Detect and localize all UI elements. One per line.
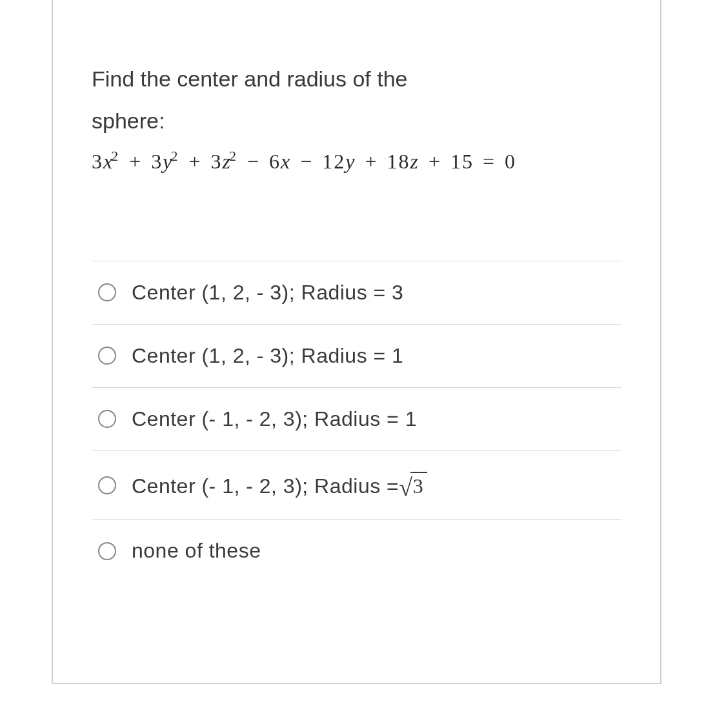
- option-5[interactable]: none of these: [92, 520, 621, 582]
- option-4[interactable]: Center (- 1, - 2, 3); Radius =√3: [92, 451, 621, 520]
- sqrt-icon: √: [399, 473, 412, 501]
- option-label: Center (- 1, - 2, 3); Radius = 1: [132, 407, 417, 431]
- radio-icon[interactable]: [98, 347, 116, 365]
- option-label: none of these: [132, 539, 261, 563]
- prompt-line-1: Find the center and radius of the: [92, 66, 408, 91]
- option-label: Center (1, 2, - 3); Radius = 3: [132, 281, 403, 305]
- option-label: Center (- 1, - 2, 3); Radius =√3: [132, 470, 427, 500]
- question-equation: 3x2 + 3y2 + 3z2 − 6x − 12y + 18z + 15 = …: [92, 148, 621, 174]
- question-prompt: Find the center and radius of the sphere…: [92, 58, 621, 141]
- radio-icon[interactable]: [98, 476, 116, 494]
- prompt-line-2: sphere:: [92, 108, 165, 133]
- options-list: Center (1, 2, - 3); Radius = 3 Center (1…: [92, 261, 621, 583]
- option-label-prefix: Center (- 1, - 2, 3); Radius =: [132, 474, 399, 498]
- radio-icon[interactable]: [98, 410, 116, 428]
- radio-icon[interactable]: [98, 542, 116, 560]
- option-1[interactable]: Center (1, 2, - 3); Radius = 3: [92, 261, 621, 325]
- radio-icon[interactable]: [98, 283, 116, 301]
- option-2[interactable]: Center (1, 2, - 3); Radius = 1: [92, 325, 621, 388]
- quiz-card: Find the center and radius of the sphere…: [52, 0, 661, 684]
- option-3[interactable]: Center (- 1, - 2, 3); Radius = 1: [92, 388, 621, 451]
- sqrt-expression: √3: [399, 470, 427, 500]
- option-label: Center (1, 2, - 3); Radius = 1: [132, 344, 403, 368]
